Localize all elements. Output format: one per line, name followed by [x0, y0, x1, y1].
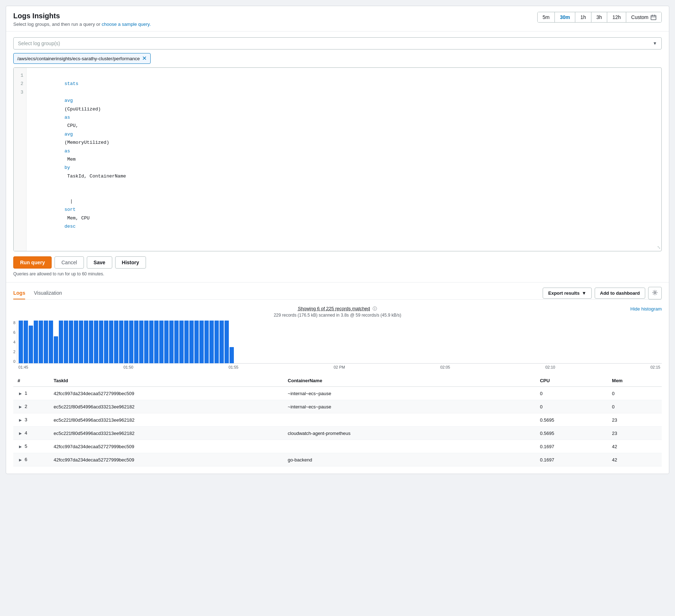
cell-expand-1: ▶ 2: [13, 400, 49, 413]
cell-taskid-5: 42fcc997da234decaa52727999bec509: [49, 453, 283, 466]
table-body: ▶ 1 42fcc997da234decaa52727999bec509 ~in…: [13, 387, 662, 466]
time-btn-5m[interactable]: 5m: [538, 12, 555, 22]
resize-handle-icon[interactable]: ⤡: [657, 245, 661, 250]
kw-as1: as: [65, 115, 70, 120]
y-label-4: 4: [13, 340, 15, 344]
table-row: ▶ 4 ec5c221f80d54996acd33213ee962182 clo…: [13, 427, 662, 440]
kw-desc: desc: [65, 224, 76, 229]
hide-histogram-link[interactable]: Hide histogram: [631, 306, 662, 312]
code-line-3: [31, 239, 657, 247]
bar-14: [89, 321, 93, 363]
bar-31: [174, 321, 179, 363]
cell-expand-2: ▶ 3: [13, 413, 49, 427]
y-label-8: 8: [13, 321, 15, 325]
query-note: Queries are allowed to run for up to 60 …: [13, 271, 662, 276]
line-number-1: 1: [16, 71, 23, 80]
bar-18: [109, 321, 113, 363]
cell-container-4: [283, 440, 535, 453]
table-row: ▶ 3 ec5c221f80d54996acd33213ee962182 0.5…: [13, 413, 662, 427]
header: Logs Insights Select log groups, and the…: [6, 6, 669, 32]
kw-avg1: avg: [65, 98, 73, 103]
add-to-dashboard-button[interactable]: Add to dashboard: [595, 288, 645, 299]
time-btn-custom[interactable]: Custom: [626, 12, 661, 22]
tab-visualization[interactable]: Visualization: [34, 287, 62, 299]
cell-mem-0: 0: [608, 387, 662, 400]
export-dropdown-icon: ▼: [582, 290, 586, 296]
expand-button-4[interactable]: ▶: [18, 444, 23, 449]
kw-by: by: [65, 165, 70, 170]
cell-taskid-1: ec5c221f80d54996acd33213ee962182: [49, 400, 283, 413]
bar-8: [59, 321, 63, 363]
settings-gear-button[interactable]: [648, 287, 662, 299]
bar-13: [84, 321, 88, 363]
bar-37: [204, 321, 209, 363]
cell-container-2: [283, 413, 535, 427]
time-btn-1h[interactable]: 1h: [575, 12, 591, 22]
log-group-placeholder: Select log group(s): [18, 41, 60, 46]
cell-num-3: 4: [25, 430, 27, 436]
kw-sort: sort: [65, 207, 76, 212]
time-btn-12h[interactable]: 12h: [607, 12, 626, 22]
info-icon[interactable]: ⓘ: [373, 306, 377, 312]
cell-mem-2: 23: [608, 413, 662, 427]
button-row: Run query Cancel Save History: [13, 256, 662, 269]
cell-container-3: cloudwatch-agent-prometheus: [283, 427, 535, 440]
cancel-button[interactable]: Cancel: [55, 256, 84, 269]
bar-19: [114, 321, 118, 363]
cell-container-0: ~internal~ecs~pause: [283, 387, 535, 400]
cell-expand-0: ▶ 1: [13, 387, 49, 400]
svg-rect-0: [651, 15, 656, 20]
code-content[interactable]: stats avg (CpuUtilized) as CPU, avg (Mem…: [27, 68, 661, 251]
results-section: Logs Visualization Export results ▼ Add …: [6, 283, 669, 474]
gear-icon: [652, 290, 658, 295]
expand-button-2[interactable]: ▶: [18, 417, 23, 423]
bars-container: [17, 321, 662, 364]
bar-3: [34, 321, 38, 363]
cell-num-0: 1: [25, 390, 27, 396]
bar-36: [199, 321, 204, 363]
export-results-button[interactable]: Export results ▼: [543, 288, 591, 299]
expand-button-5[interactable]: ▶: [18, 457, 23, 463]
tag-close-icon[interactable]: ✕: [142, 56, 147, 61]
bar-21: [124, 321, 128, 363]
bar-40: [220, 321, 224, 363]
table-row: ▶ 5 42fcc997da234decaa52727999bec509 0.1…: [13, 440, 662, 453]
expand-button-3[interactable]: ▶: [18, 431, 23, 436]
log-group-selector[interactable]: Select log group(s) ▼: [13, 37, 662, 49]
expand-button-0[interactable]: ▶: [18, 391, 23, 396]
bar-16: [99, 321, 103, 363]
sample-query-link[interactable]: choose a sample query.: [102, 22, 151, 27]
dropdown-arrow-icon: ▼: [653, 41, 657, 46]
query-section: Select log group(s) ▼ /aws/ecs/container…: [6, 32, 669, 283]
cell-cpu-2: 0.5695: [535, 413, 608, 427]
expand-button-1[interactable]: ▶: [18, 404, 23, 409]
x-label-4: 02:05: [440, 365, 450, 369]
save-button[interactable]: Save: [87, 256, 112, 269]
col-header-mem: Mem: [608, 375, 662, 387]
calendar-icon: [651, 14, 656, 20]
table-header: # TaskId ContainerName CPU Mem: [13, 375, 662, 387]
tab-logs[interactable]: Logs: [13, 287, 25, 299]
run-query-button[interactable]: Run query: [13, 256, 52, 269]
table-row: ▶ 1 42fcc997da234decaa52727999bec509 ~in…: [13, 387, 662, 400]
cell-taskid-0: 42fcc997da234decaa52727999bec509: [49, 387, 283, 400]
bar-0: [19, 321, 23, 363]
time-btn-3h[interactable]: 3h: [591, 12, 608, 22]
subtitle-text: Select log groups, and then run a query …: [13, 22, 100, 27]
bar-4: [39, 321, 43, 363]
time-btn-30m[interactable]: 30m: [555, 12, 575, 22]
bar-11: [74, 321, 78, 363]
line-number-3: 3: [16, 88, 23, 96]
histogram-title: Showing 6 of 225 records matched: [298, 306, 370, 311]
cell-expand-3: ▶ 4: [13, 427, 49, 440]
bar-30: [169, 321, 174, 363]
bar-5: [44, 321, 48, 363]
history-button[interactable]: History: [115, 256, 146, 269]
chart-body: 01:45 01:50 01:55 02 PM 02:05 02:10 02:1…: [17, 321, 662, 369]
bar-9: [64, 321, 68, 363]
cell-mem-1: 0: [608, 400, 662, 413]
code-editor[interactable]: 1 2 3 stats avg (CpuUtilized) as CPU, av…: [13, 67, 662, 251]
cell-num-2: 3: [25, 417, 27, 422]
y-label-6: 6: [13, 330, 15, 335]
cell-taskid-4: 42fcc997da234decaa52727999bec509: [49, 440, 283, 453]
